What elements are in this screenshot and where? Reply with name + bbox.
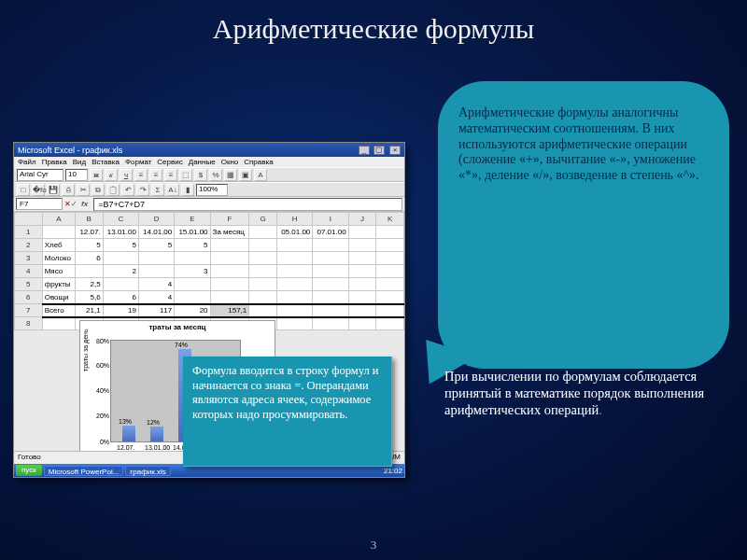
cell[interactable] <box>249 239 277 252</box>
row-header[interactable]: 4 <box>15 265 43 278</box>
cell[interactable] <box>313 265 348 278</box>
cell[interactable] <box>249 252 277 265</box>
cell[interactable] <box>348 252 376 265</box>
cell[interactable] <box>313 278 348 291</box>
cell[interactable]: 15.01.00 <box>175 226 210 239</box>
cell[interactable] <box>249 226 277 239</box>
cell[interactable] <box>42 226 75 239</box>
percent-icon[interactable]: % <box>209 169 222 181</box>
bold-icon[interactable]: ж <box>90 169 103 181</box>
cell[interactable] <box>276 252 312 265</box>
cell[interactable] <box>376 252 404 265</box>
row-header[interactable]: 2 <box>15 239 43 252</box>
cell[interactable]: 05.01.00 <box>276 226 312 239</box>
paste-icon[interactable]: 📋 <box>106 184 120 196</box>
cell[interactable] <box>313 304 348 317</box>
cell[interactable]: 6 <box>75 252 103 265</box>
table-row[interactable]: 6Овощи5,664 <box>15 291 404 304</box>
row-header[interactable]: 1 <box>15 226 43 239</box>
cell[interactable] <box>175 252 210 265</box>
sort-asc-icon[interactable]: A↓ <box>166 184 179 196</box>
col-J[interactable]: J <box>348 213 376 226</box>
cell[interactable] <box>103 278 138 291</box>
open-icon[interactable]: �folder <box>32 184 45 196</box>
col-K[interactable]: K <box>376 213 404 226</box>
cell[interactable]: 21,1 <box>75 304 103 317</box>
maximize-icon[interactable]: ▢ <box>374 146 385 155</box>
cell[interactable]: 5,6 <box>75 291 103 304</box>
spreadsheet-grid[interactable]: A B C D E F G H I J K 112.07.13.01.0014.… <box>14 212 404 330</box>
cell[interactable]: За месяц <box>210 226 249 239</box>
print-icon[interactable]: ⎙ <box>62 184 75 196</box>
font-name-field[interactable]: Arial Cyr <box>17 169 63 181</box>
col-B[interactable]: B <box>75 213 103 226</box>
cell[interactable]: 13.01.00 <box>103 226 138 239</box>
cell[interactable]: Мясо <box>42 265 75 278</box>
cell[interactable]: 3 <box>175 265 210 278</box>
cell[interactable] <box>249 304 277 317</box>
italic-icon[interactable]: к <box>105 169 118 181</box>
table-row[interactable]: 5фрукты2,54 <box>15 278 404 291</box>
col-A[interactable]: A <box>42 213 75 226</box>
close-icon[interactable]: × <box>389 146 401 155</box>
cell[interactable] <box>210 278 249 291</box>
cell[interactable]: фрукты <box>42 278 75 291</box>
cell[interactable] <box>42 317 75 330</box>
row-header[interactable]: 5 <box>15 278 43 291</box>
redo-icon[interactable]: ↷ <box>136 184 149 196</box>
taskbar-item[interactable]: график.xls <box>125 466 170 476</box>
cell[interactable] <box>348 239 376 252</box>
corner-cell[interactable] <box>15 213 43 226</box>
selected-cell[interactable]: 157,1 <box>210 304 249 317</box>
font-color-icon[interactable]: A <box>254 169 267 181</box>
cell[interactable] <box>276 304 312 317</box>
font-size-field[interactable]: 10 <box>65 169 88 181</box>
formula-bar[interactable]: F7 ✕ ✓ fx =B7+C7+D7 <box>14 197 404 212</box>
cell[interactable] <box>276 239 312 252</box>
fx-icon[interactable]: fx <box>81 200 88 208</box>
cell[interactable] <box>348 265 376 278</box>
row-header[interactable]: 6 <box>15 291 43 304</box>
cell[interactable]: 2,5 <box>75 278 103 291</box>
cell[interactable]: 4 <box>138 291 174 304</box>
merge-icon[interactable]: ⬚ <box>179 169 192 181</box>
table-row[interactable]: 3Молоко6 <box>15 252 404 265</box>
cancel-icon[interactable]: ✕ <box>64 200 71 208</box>
menu-edit[interactable]: Правка <box>42 158 67 166</box>
menu-view[interactable]: Вид <box>73 158 86 166</box>
cell[interactable]: 5 <box>75 239 103 252</box>
cell[interactable] <box>376 239 404 252</box>
cell[interactable] <box>276 265 312 278</box>
cell[interactable]: Овощи <box>42 291 75 304</box>
sum-icon[interactable]: Σ <box>151 184 164 196</box>
minimize-icon[interactable]: _ <box>359 146 370 155</box>
window-controls[interactable]: _ ▢ × <box>357 145 401 155</box>
cell[interactable] <box>376 278 404 291</box>
cell[interactable] <box>249 291 277 304</box>
cell[interactable]: 5 <box>138 239 174 252</box>
cell[interactable] <box>276 278 312 291</box>
col-D[interactable]: D <box>138 213 174 226</box>
copy-icon[interactable]: ⧉ <box>92 184 105 196</box>
col-I[interactable]: I <box>313 213 348 226</box>
menu-help[interactable]: Справка <box>244 158 273 166</box>
row-header[interactable]: 8 <box>15 317 43 330</box>
menu-insert[interactable]: Вставка <box>92 158 120 166</box>
cut-icon[interactable]: ✂ <box>77 184 90 196</box>
cell[interactable] <box>249 265 277 278</box>
cell[interactable]: 12.07. <box>75 226 103 239</box>
col-C[interactable]: C <box>103 213 138 226</box>
cell[interactable] <box>276 291 312 304</box>
underline-icon[interactable]: ч <box>120 169 133 181</box>
cell[interactable] <box>313 252 348 265</box>
cell[interactable] <box>210 252 249 265</box>
menu-format[interactable]: Формат <box>125 158 151 166</box>
cell[interactable] <box>103 252 138 265</box>
menu-window[interactable]: Окно <box>221 158 239 166</box>
cell[interactable] <box>138 265 174 278</box>
cell[interactable] <box>210 239 249 252</box>
start-button[interactable]: пуск <box>16 465 42 476</box>
name-box[interactable]: F7 <box>16 198 63 210</box>
formula-input[interactable]: =B7+C7+D7 <box>93 198 402 211</box>
cell[interactable] <box>249 278 277 291</box>
